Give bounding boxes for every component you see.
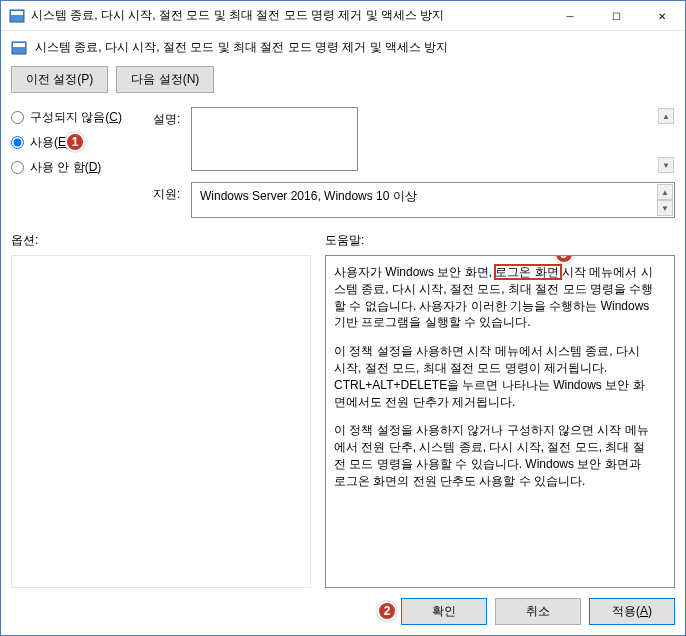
- help-highlight: 로그온 화면: [495, 265, 558, 279]
- supported-row: 지원: Windows Server 2016, Windows 10 이상 ▲…: [153, 182, 675, 218]
- radio-not-configured-input[interactable]: [11, 111, 24, 124]
- radio-not-configured-label: 구성되지 않음(C): [30, 109, 122, 126]
- lower-section: 옵션: 도움말: 사용자가 Windows 보안 화면, 로그온 화면 시작 메…: [11, 232, 675, 588]
- radio-enabled-input[interactable]: [11, 136, 24, 149]
- radio-disabled-label: 사용 안 함(D): [30, 159, 101, 176]
- ok-button[interactable]: 확인: [401, 598, 487, 625]
- fields-column: 설명: ▲ ▼ 지원: Windows Server 2016, Windows…: [153, 107, 675, 218]
- annotation-1: 1: [65, 132, 85, 152]
- content: 시스템 종료, 다시 시작, 절전 모드 및 최대 절전 모드 명령 제거 및 …: [1, 31, 685, 635]
- help-paragraph-3: 이 정책 설정을 사용하지 않거나 구성하지 않으면 시작 메뉴에서 전원 단추…: [334, 422, 654, 489]
- supported-label: 지원:: [153, 182, 183, 218]
- radio-enabled[interactable]: 사용(E) 1: [11, 134, 141, 151]
- radio-disabled-input[interactable]: [11, 161, 24, 174]
- support-scrollbar[interactable]: ▲ ▼: [657, 184, 673, 216]
- radio-disabled[interactable]: 사용 안 함(D): [11, 159, 141, 176]
- svg-rect-1: [11, 11, 23, 15]
- button-row: 2 확인 취소 적용(A): [11, 588, 675, 625]
- nav-buttons: 이전 설정(P) 다음 설정(N): [11, 66, 675, 93]
- help-paragraph-2: 이 정책 설정을 사용하면 시작 메뉴에서 시스템 종료, 다시 시작, 절전 …: [334, 343, 654, 410]
- options-box: [11, 255, 311, 588]
- scroll-up-icon[interactable]: ▲: [658, 108, 674, 124]
- policy-title: 시스템 종료, 다시 시작, 절전 모드 및 최대 절전 모드 명령 제거 및 …: [35, 39, 448, 56]
- radio-not-configured[interactable]: 구성되지 않음(C): [11, 109, 141, 126]
- annotation-2: 2: [377, 601, 397, 621]
- scroll-up-icon[interactable]: ▲: [657, 184, 673, 200]
- annotation-3: 3: [554, 255, 574, 264]
- radio-group: 구성되지 않음(C) 사용(E) 1 사용 안 함(D): [11, 107, 141, 218]
- titlebar: 시스템 종료, 다시 시작, 절전 모드 및 최대 절전 모드 명령 제거 및 …: [1, 1, 685, 31]
- cancel-button[interactable]: 취소: [495, 598, 581, 625]
- window-controls: ─ ☐ ✕: [547, 1, 685, 30]
- titlebar-title: 시스템 종료, 다시 시작, 절전 모드 및 최대 절전 모드 명령 제거 및 …: [31, 7, 547, 24]
- desc-scrollbar[interactable]: ▲ ▼: [658, 108, 674, 173]
- options-column: 옵션:: [11, 232, 311, 588]
- supported-box: Windows Server 2016, Windows 10 이상 ▲ ▼: [191, 182, 675, 218]
- prev-setting-button[interactable]: 이전 설정(P): [11, 66, 108, 93]
- policy-dialog: 시스템 종료, 다시 시작, 절전 모드 및 최대 절전 모드 명령 제거 및 …: [0, 0, 686, 636]
- maximize-button[interactable]: ☐: [593, 1, 639, 31]
- help-paragraph-1: 사용자가 Windows 보안 화면, 로그온 화면 시작 메뉴에서 시스템 종…: [334, 264, 654, 331]
- radio-enabled-label: 사용(E): [30, 134, 70, 151]
- close-button[interactable]: ✕: [639, 1, 685, 31]
- description-label: 설명:: [153, 107, 183, 174]
- apply-button[interactable]: 적용(A): [589, 598, 675, 625]
- minimize-button[interactable]: ─: [547, 1, 593, 31]
- policy-icon: [9, 8, 25, 24]
- scroll-down-icon[interactable]: ▼: [658, 157, 674, 173]
- help-box: 사용자가 Windows 보안 화면, 로그온 화면 시작 메뉴에서 시스템 종…: [325, 255, 675, 588]
- supported-text: Windows Server 2016, Windows 10 이상: [200, 189, 417, 203]
- config-grid: 구성되지 않음(C) 사용(E) 1 사용 안 함(D) 설명:: [11, 107, 675, 218]
- svg-rect-3: [13, 43, 25, 47]
- options-label: 옵션:: [11, 232, 311, 249]
- next-setting-button[interactable]: 다음 설정(N): [116, 66, 214, 93]
- description-textarea[interactable]: [191, 107, 358, 171]
- description-row: 설명: ▲ ▼: [153, 107, 675, 174]
- policy-header: 시스템 종료, 다시 시작, 절전 모드 및 최대 절전 모드 명령 제거 및 …: [11, 39, 675, 56]
- policy-header-icon: [11, 40, 27, 56]
- scroll-down-icon[interactable]: ▼: [657, 200, 673, 216]
- help-column: 도움말: 사용자가 Windows 보안 화면, 로그온 화면 시작 메뉴에서 …: [325, 232, 675, 588]
- help-label: 도움말:: [325, 232, 675, 249]
